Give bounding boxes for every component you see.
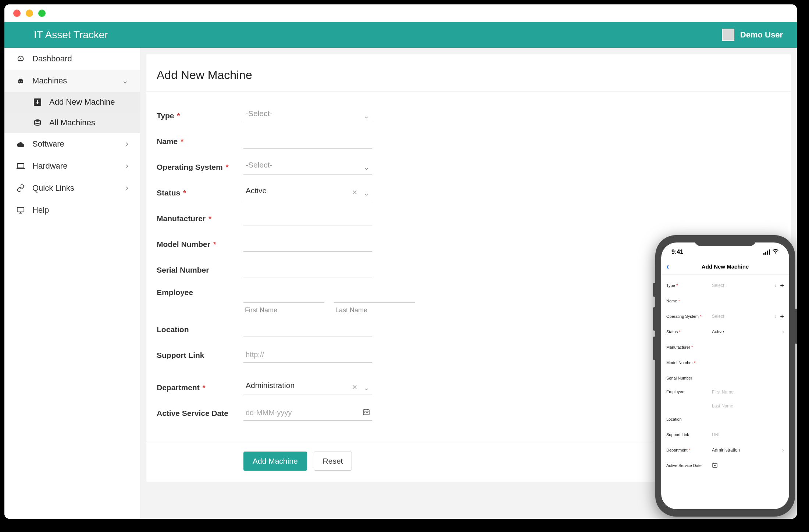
sidebar-sub-add-new-machine[interactable]: Add New Machine [4, 92, 140, 112]
employee-last-name-input[interactable] [334, 288, 415, 303]
sidebar-label: Software [32, 139, 64, 149]
phone-time: 9:41 [671, 249, 683, 255]
chevron-right-icon: › [126, 183, 128, 193]
phone-row-location: Location [661, 411, 789, 427]
phone-status-select[interactable]: Active› [712, 328, 784, 335]
plus-icon[interactable]: + [780, 282, 784, 290]
phone-row-os: Operating System * Select›+ [661, 309, 789, 324]
add-machine-button[interactable]: Add Machine [243, 452, 307, 471]
clear-icon[interactable]: ✕ [352, 188, 357, 197]
phone-row-active-service-date: Active Service Date [661, 458, 789, 473]
phone-side-button [653, 337, 655, 360]
window-zoom-dot[interactable] [38, 10, 46, 17]
phone-first-name-input[interactable]: First Name [712, 389, 784, 395]
signal-icon [763, 249, 770, 255]
phone-row-serial-number: Serial Number [661, 370, 789, 386]
sidebar-label: Add New Machine [49, 97, 115, 107]
chevron-down-icon: ⌄ [364, 112, 369, 120]
phone-os-select[interactable]: Select›+ [712, 313, 784, 320]
sidebar-item-machines[interactable]: Machines ⌄ [4, 70, 140, 92]
phone-support-link-input[interactable]: URL [712, 432, 784, 437]
svg-rect-6 [366, 412, 367, 413]
phone-row-employee: Employee First Name Last Name [661, 386, 789, 411]
label-type: Type * [157, 111, 243, 120]
app-title: IT Asset Tracker [34, 29, 108, 41]
support-link-input[interactable] [243, 348, 372, 363]
chevron-down-icon: ⌄ [122, 76, 128, 86]
field-row-os: Operating System * -Select- ⌄ [157, 154, 781, 180]
wifi-icon [772, 249, 779, 255]
sidebar-label: All Machines [49, 118, 95, 127]
phone-side-button [795, 309, 797, 344]
gauge-icon [16, 55, 25, 63]
window-titlebar [4, 4, 797, 22]
name-input[interactable] [243, 134, 372, 149]
monitor-icon [16, 206, 25, 214]
phone-row-model-number: Model Number * [661, 355, 789, 370]
cloud-icon [16, 141, 25, 147]
employee-first-name-input[interactable] [243, 288, 324, 303]
chevron-down-icon: ⌄ [364, 163, 369, 172]
phone-row-manufacturer: Manufacturer * [661, 339, 789, 355]
svg-rect-5 [364, 412, 365, 413]
sidebar-item-help[interactable]: Help [4, 199, 140, 221]
phone-row-type: Type * Select›+ [661, 278, 789, 293]
user-menu[interactable]: Demo User [722, 29, 783, 41]
sidebar-item-quick-links[interactable]: Quick Links › [4, 177, 140, 199]
sidebar-item-hardware[interactable]: Hardware › [4, 155, 140, 177]
label-employee: Employee [157, 288, 243, 297]
type-select[interactable]: -Select- [243, 108, 372, 123]
sidebar-label: Help [32, 205, 49, 215]
phone-side-button [653, 283, 655, 297]
svg-rect-2 [17, 163, 24, 168]
chevron-down-icon: ⌄ [364, 189, 369, 197]
sidebar: Dashboard Machines ⌄ Add New Machine Al [4, 48, 140, 519]
clear-icon[interactable]: ✕ [352, 383, 357, 391]
chevron-down-icon: ⌄ [364, 384, 369, 392]
phone-screen: 9:41 ‹ Add New Machine Type * Select›+ N… [661, 242, 789, 509]
os-select[interactable]: -Select- [243, 160, 372, 175]
phone-date-input[interactable] [712, 462, 784, 469]
sidebar-label: Dashboard [32, 54, 72, 64]
phone-type-select[interactable]: Select›+ [712, 282, 784, 290]
phone-row-department: Department * Administration› [661, 442, 789, 458]
phone-title: Add New Machine [702, 263, 749, 270]
database-icon [33, 119, 42, 126]
model-number-input[interactable] [243, 237, 372, 252]
phone-back-button[interactable]: ‹ [666, 262, 669, 272]
serial-number-input[interactable] [243, 263, 372, 277]
svg-rect-7 [367, 412, 368, 413]
phone-side-button [653, 307, 655, 331]
sidebar-sub-all-machines[interactable]: All Machines [4, 112, 140, 133]
label-serial-number: Serial Number [157, 266, 243, 274]
sublabel-first-name: First Name [243, 304, 324, 314]
window-close-dot[interactable] [13, 10, 21, 17]
phone-form: Type * Select›+ Name * Operating System … [661, 275, 789, 509]
phone-header: ‹ Add New Machine [661, 259, 789, 275]
active-service-date-input[interactable] [243, 406, 372, 421]
phone-last-name-input[interactable]: Last Name [712, 403, 784, 409]
chevron-right-icon: › [126, 139, 128, 149]
page-title: Add New Machine [146, 54, 791, 92]
user-name: Demo User [740, 30, 783, 40]
label-status: Status * [157, 188, 243, 197]
label-os: Operating System * [157, 163, 243, 172]
manufacturer-input[interactable] [243, 211, 372, 226]
calendar-icon[interactable] [363, 408, 370, 418]
label-support-link: Support Link [157, 351, 243, 360]
app-header: IT Asset Tracker Demo User [4, 22, 797, 48]
field-row-name: Name * [157, 129, 781, 154]
window-minimize-dot[interactable] [26, 10, 33, 17]
laptop-icon [16, 163, 25, 169]
label-active-service-date: Active Service Date [157, 409, 243, 418]
avatar [722, 29, 734, 41]
sidebar-item-dashboard[interactable]: Dashboard [4, 48, 140, 70]
plus-icon[interactable]: + [780, 313, 784, 320]
label-name: Name * [157, 137, 243, 146]
sidebar-item-software[interactable]: Software › [4, 133, 140, 155]
location-input[interactable] [243, 322, 372, 337]
phone-department-select[interactable]: Administration› [712, 447, 784, 453]
field-row-manufacturer: Manufacturer * [157, 206, 781, 231]
svg-point-1 [35, 119, 40, 122]
reset-button[interactable]: Reset [314, 452, 352, 471]
